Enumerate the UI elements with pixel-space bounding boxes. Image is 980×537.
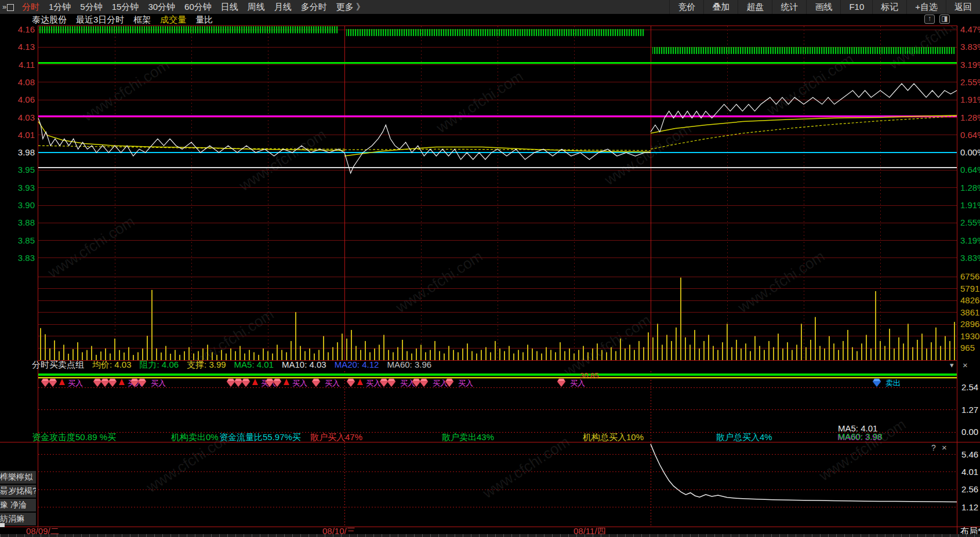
toolbar-框架[interactable]: 框架 — [133, 14, 151, 26]
price-tick-left: 4.08 — [18, 77, 35, 87]
percent-tick-right: 1.91% — [960, 200, 980, 210]
indicator-field: 支撑: 3.99 — [187, 360, 226, 371]
price-tick-left: 3.88 — [18, 217, 35, 227]
bottom-scrollbar[interactable] — [0, 534, 980, 537]
tab-5分钟[interactable]: 5分钟 — [75, 2, 107, 13]
menu-返回[interactable]: 返回 — [946, 0, 980, 14]
top-right-menu: 竞价叠加超盘统计画线F10标记+自选返回 — [669, 0, 980, 14]
percent-tick-right: 1.28% — [960, 113, 980, 122]
volume-tick: 965 — [960, 343, 975, 353]
help-icon[interactable]: ? — [931, 443, 936, 452]
tab-日线[interactable]: 日线 — [216, 2, 243, 13]
svg-text:买入: 买入 — [400, 379, 415, 387]
buy-signal: 买入 — [557, 379, 585, 387]
percent-tick-right: 1.91% — [960, 95, 980, 104]
tab-多分时[interactable]: 多分时 — [296, 2, 332, 13]
indicator-field: 均价: 4.03 — [92, 360, 132, 371]
menu-画线[interactable]: 画线 — [806, 0, 840, 14]
percent-tick-right: 1.28% — [960, 183, 980, 193]
menu-标记[interactable]: 标记 — [872, 0, 906, 14]
tab-1分钟[interactable]: 1分钟 — [44, 2, 75, 13]
tab-更多 》[interactable]: 更多 》 — [332, 2, 369, 13]
price-tick-left: 4.06 — [18, 95, 35, 104]
tab-60分钟[interactable]: 60分钟 — [180, 2, 216, 13]
percent-tick-right: 3.83% — [960, 42, 980, 52]
signal-green-band — [38, 373, 957, 376]
svg-text:www.cfchi.com: www.cfchi.com — [235, 125, 329, 194]
percent-tick-right: 2.55% — [960, 77, 980, 87]
svg-text:www.cfchi.com: www.cfchi.com — [560, 311, 654, 380]
price-tick-left: 3.98 — [18, 147, 35, 157]
bottom-pane-tick: 1.12 — [961, 502, 978, 512]
tab-15分钟[interactable]: 15分钟 — [107, 2, 144, 13]
menu-+自选[interactable]: +自选 — [906, 0, 946, 14]
menu-叠加[interactable]: 叠加 — [703, 0, 738, 14]
close-icon[interactable]: × — [963, 360, 968, 370]
toolbar-泰达股份[interactable]: 泰达股份 — [32, 14, 67, 26]
price-tick-left: 3.93 — [18, 183, 35, 193]
left-chip-label: 昜岁姳楬?( — [0, 485, 36, 498]
left-chip-label: 豫 净淪 — [0, 499, 36, 511]
indicator-header: 分时买卖点组均价: 4.03阻力: 4.06支撑: 3.99MA5: 4.01M… — [32, 360, 431, 371]
bottom-pane-tick: 4.01 — [961, 467, 978, 477]
stat-label: 机构总买入10% — [583, 432, 644, 443]
bottom-pane-tick: 5.46 — [961, 449, 978, 459]
svg-text:买入: 买入 — [68, 379, 83, 387]
indicator-field: 阻力: 4.06 — [140, 360, 179, 371]
price-tick-left: 3.90 — [18, 200, 35, 210]
tab-分时[interactable]: 分时 — [17, 2, 44, 13]
svg-text:买入: 买入 — [458, 379, 473, 387]
bottom-pane-tick: 2.56 — [961, 484, 978, 494]
volume-tick: 3861 — [960, 307, 979, 317]
menu-统计[interactable]: 统计 — [772, 0, 806, 14]
stat-label: 机构卖出0% — [171, 432, 219, 443]
toolbar-最近3日分时[interactable]: 最近3日分时 — [76, 14, 124, 26]
toolbar-量比[interactable]: 量比 — [195, 14, 213, 26]
price-tick-left: 4.03 — [18, 113, 35, 122]
period-tabs: 分时1分钟5分钟15分钟30分钟60分钟日线周线月线多分时更多 》 — [17, 2, 369, 13]
price-tick-left: 4.13 — [18, 42, 35, 52]
chart-svg: www.cfchi.comwww.cfchi.comwww.cfchi.comw… — [0, 0, 980, 537]
tab-30分钟[interactable]: 30分钟 — [143, 2, 180, 13]
volume-tick: 5791 — [960, 284, 979, 293]
stat-label: 散户买入47% — [310, 432, 362, 443]
buy-signal: 买入 — [41, 379, 83, 387]
svg-text:www.cfchi.com: www.cfchi.com — [479, 433, 572, 502]
menu-竞价[interactable]: 竞价 — [669, 0, 703, 14]
percent-tick-right: 0.64% — [960, 130, 980, 140]
svg-text:买入: 买入 — [570, 379, 585, 387]
svg-text:www.cfchi.com: www.cfchi.com — [763, 50, 856, 119]
limit-strips — [38, 26, 956, 54]
mid-pane-tick: 1.27 — [961, 405, 978, 415]
menubar: » 分时1分钟5分钟15分钟30分钟60分钟日线周线月线多分时更多 》 竞价叠加… — [0, 0, 980, 14]
close-icon[interactable]: × — [942, 442, 947, 452]
stat-label: 散户总买入4% — [716, 432, 772, 443]
menu-超盘[interactable]: 超盘 — [738, 0, 772, 14]
tab-周线[interactable]: 周线 — [243, 2, 270, 13]
stat-label: 散户卖出43% — [442, 432, 494, 443]
chart-toolbar-icons: ↑◨ — [924, 14, 950, 24]
toolbar-成交量[interactable]: 成交量 — [160, 14, 186, 26]
buy-signal: 买入 — [412, 379, 448, 387]
window-icon[interactable]: » — [2, 2, 17, 12]
buy-signal: 买入 — [312, 379, 340, 387]
tab-月线[interactable]: 月线 — [270, 2, 296, 13]
percent-tick-right: 2.55% — [960, 217, 980, 227]
chart-toolbar: 泰达股份最近3日分时框架成交量量比 ↑◨ — [0, 14, 980, 26]
svg-text:www.cfchi.com: www.cfchi.com — [392, 247, 485, 316]
price-tick-left: 3.85 — [18, 235, 35, 245]
expand-up-icon[interactable]: ↑ — [924, 14, 935, 24]
split-view-icon[interactable]: ◨ — [939, 14, 950, 24]
price-tick-left: 3.95 — [18, 165, 35, 175]
mid-pane-tick: 2.54 — [961, 382, 978, 392]
percent-tick-right: 3.19% — [960, 60, 980, 70]
volume-tick: 2896 — [960, 319, 979, 329]
price-tick-left: 3.83 — [18, 253, 35, 263]
svg-text:www.cfchi.com: www.cfchi.com — [734, 247, 827, 316]
svg-text:www.cfchi.com: www.cfchi.com — [79, 56, 172, 125]
menu-F10[interactable]: F10 — [840, 0, 872, 14]
corner-mark — [0, 523, 5, 527]
chevron-down-icon[interactable]: ▾ — [950, 361, 954, 369]
svg-text:www.cfchi.com: www.cfchi.com — [433, 67, 526, 136]
price-tick-left: 4.16 — [18, 24, 35, 34]
